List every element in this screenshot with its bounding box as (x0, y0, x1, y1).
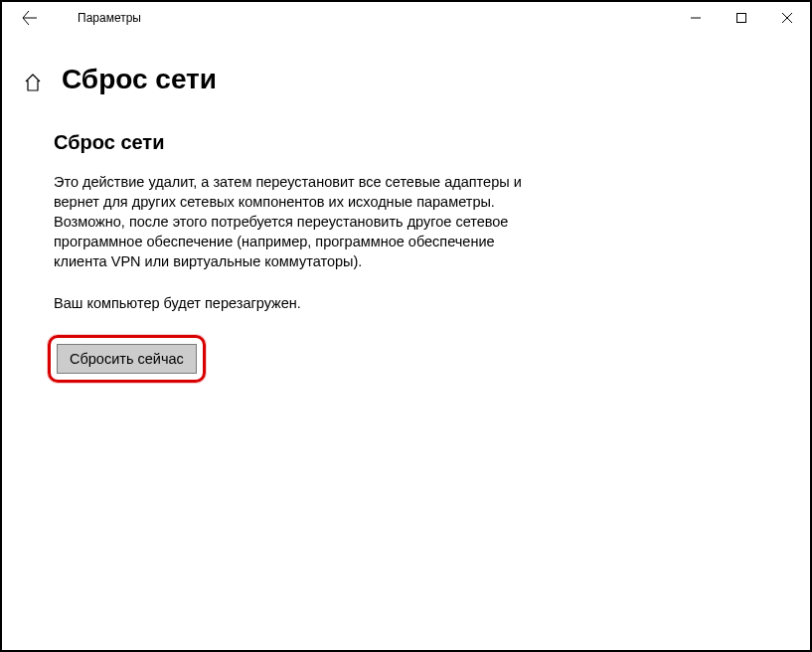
minimize-button[interactable] (673, 2, 719, 34)
home-icon[interactable] (24, 74, 42, 91)
window-title: Параметры (78, 11, 141, 25)
reboot-note: Ваш компьютер будет перезагружен. (54, 293, 788, 313)
back-button[interactable] (10, 2, 50, 34)
highlight-annotation: Сбросить сейчас (48, 335, 206, 383)
minimize-icon (691, 13, 701, 23)
reset-now-button[interactable]: Сбросить сейчас (57, 344, 197, 374)
settings-window: Параметры Сброс сети Сброс сети Это дейс… (2, 2, 810, 650)
content-area: Сброс сети Сброс сети Это действие удали… (2, 34, 810, 383)
maximize-button[interactable] (719, 2, 764, 34)
titlebar: Параметры (2, 2, 810, 34)
page-header: Сброс сети (24, 64, 788, 95)
close-icon (782, 13, 792, 23)
description-text: Это действие удалит, а затем переустанов… (54, 172, 539, 271)
window-controls (673, 2, 810, 34)
page-title: Сброс сети (62, 64, 217, 95)
section-title: Сброс сети (54, 131, 788, 154)
svg-rect-0 (737, 14, 746, 23)
close-button[interactable] (764, 2, 810, 34)
arrow-left-icon (22, 10, 38, 26)
maximize-icon (736, 13, 746, 23)
